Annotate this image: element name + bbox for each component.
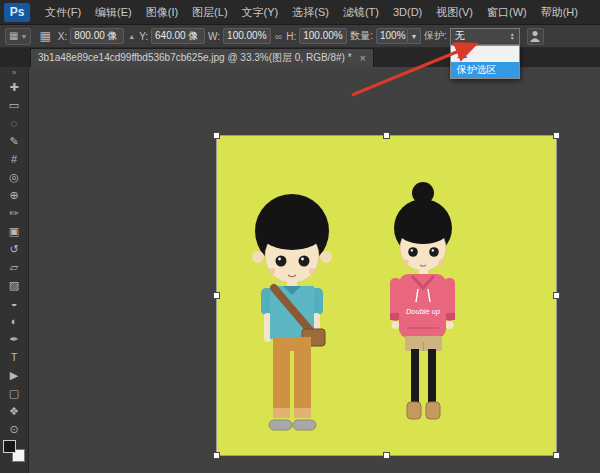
clone-stamp-tool-icon[interactable]: ▣ (2, 222, 26, 240)
menu-item-9[interactable]: 视图(V) (429, 0, 480, 25)
hand-tool-icon[interactable]: ❖ (2, 402, 26, 420)
type-tool-icon[interactable]: T (2, 348, 26, 366)
transform-handle-bottom-center[interactable] (383, 452, 390, 459)
workspace: » ✚▭◌✎#◎⊕✏▣↺▱▨◒◐✒T▶▢❖⊙ (0, 67, 600, 473)
menu-bar: Ps 文件(F)编辑(E)图像(I)图层(L)文字(Y)选择(S)滤镜(T)3D… (0, 0, 600, 25)
menu-item-3[interactable]: 图像(I) (139, 0, 185, 25)
shape-tool-icon[interactable]: ▢ (2, 384, 26, 402)
healing-brush-tool-icon[interactable]: ⊕ (2, 186, 26, 204)
amount-label: 数量: (350, 29, 373, 43)
x-label: X: (58, 31, 67, 42)
marquee-tool-icon[interactable]: ▭ (2, 96, 26, 114)
boy-character (252, 194, 332, 430)
protect-dropdown-list: 无保护选区 (450, 45, 520, 79)
w-input[interactable]: 100.00% (223, 28, 271, 44)
girl-character: Double up (390, 182, 455, 419)
protect-label: 保护: (424, 29, 447, 43)
color-swatches[interactable] (3, 440, 25, 462)
tab-close-icon[interactable]: × (360, 53, 366, 63)
history-brush-tool-icon[interactable]: ↺ (2, 240, 26, 258)
tools-list: ✚▭◌✎#◎⊕✏▣↺▱▨◒◐✒T▶▢❖⊙ (2, 78, 26, 438)
link-dimensions-icon[interactable]: ∞ (274, 31, 283, 42)
amount-dropdown-arrow-icon[interactable]: ▼ (408, 28, 421, 44)
h-input[interactable]: 100.00% (299, 28, 347, 44)
menu-items: 文件(F)编辑(E)图像(I)图层(L)文字(Y)选择(S)滤镜(T)3D(D)… (38, 0, 585, 25)
h-label: H: (286, 31, 296, 42)
crop-tool-icon[interactable]: # (2, 150, 26, 168)
updown-arrows-icon: ▲▼ (510, 32, 515, 40)
transform-handle-top-left[interactable] (213, 132, 220, 139)
transform-handle-bottom-left[interactable] (213, 452, 220, 459)
protect-option-1[interactable]: 无 (451, 46, 519, 62)
transform-handle-mid-right[interactable] (553, 292, 560, 299)
protect-option-2[interactable]: 保护选区 (451, 62, 519, 78)
protect-skin-tones-button[interactable] (527, 28, 544, 45)
canvas-area[interactable]: Double up (29, 67, 600, 473)
protect-dropdown[interactable]: 无 ▲▼ 无保护选区 (450, 28, 520, 45)
y-input[interactable]: 640.00 像 (151, 28, 205, 44)
transform-handle-top-center[interactable] (383, 132, 390, 139)
relative-position-icon[interactable]: ▲ (127, 33, 136, 40)
document-tab[interactable]: 3b1a48e89ce14cd99ffbd536b7cb625e.jpg @ 3… (30, 48, 374, 67)
dodge-tool-icon[interactable]: ◐ (2, 312, 26, 330)
reference-point-icon[interactable]: ▦ (39, 31, 50, 41)
x-input[interactable]: 800.00 像 (70, 28, 124, 44)
eyedropper-tool-icon[interactable]: ◎ (2, 168, 26, 186)
person-icon (529, 30, 541, 43)
photoshop-logo: Ps (4, 3, 30, 22)
lasso-tool-icon[interactable]: ◌ (2, 114, 26, 132)
blur-tool-icon[interactable]: ◒ (2, 294, 26, 312)
protect-dropdown-value: 无 (455, 29, 465, 43)
chevron-down-icon: ▼ (20, 33, 27, 40)
gradient-tool-icon[interactable]: ▨ (2, 276, 26, 294)
menu-item-8[interactable]: 3D(D) (386, 0, 429, 25)
amount-input[interactable]: 100% (376, 28, 408, 44)
document-image[interactable]: Double up (217, 136, 556, 455)
tools-panel: » ✚▭◌✎#◎⊕✏▣↺▱▨◒◐✒T▶▢❖⊙ (0, 67, 29, 473)
pen-tool-icon[interactable]: ✒ (2, 330, 26, 348)
transform-handle-top-right[interactable] (553, 132, 560, 139)
menu-item-4[interactable]: 图层(L) (185, 0, 234, 25)
options-bar: ▦ ▼ ▦ X: 800.00 像 ▲ Y: 640.00 像 W: 100.0… (0, 25, 600, 48)
hoodie-text: Double up (406, 307, 440, 316)
menu-item-5[interactable]: 文字(Y) (235, 0, 286, 25)
content-aware-scale-icon: ▦ (9, 31, 18, 41)
brush-tool-icon[interactable]: ✏ (2, 204, 26, 222)
quick-selection-tool-icon[interactable]: ✎ (2, 132, 26, 150)
menu-item-2[interactable]: 编辑(E) (88, 0, 139, 25)
tool-preset-button[interactable]: ▦ ▼ (5, 28, 31, 45)
move-tool-icon[interactable]: ✚ (2, 78, 26, 96)
cartoon-characters-illustration: Double up (217, 136, 556, 455)
y-label: Y: (139, 31, 148, 42)
document-tab-title: 3b1a48e89ce14cd99ffbd536b7cb625e.jpg @ 3… (38, 51, 352, 65)
zoom-tool-icon[interactable]: ⊙ (2, 420, 26, 438)
menu-item-10[interactable]: 窗口(W) (480, 0, 534, 25)
foreground-color-swatch[interactable] (3, 440, 16, 453)
menu-item-6[interactable]: 选择(S) (285, 0, 336, 25)
toolbar-collapse-icon[interactable]: » (0, 68, 28, 78)
path-selection-tool-icon[interactable]: ▶ (2, 366, 26, 384)
menu-item-1[interactable]: 文件(F) (38, 0, 88, 25)
transform-handle-bottom-right[interactable] (553, 452, 560, 459)
menu-item-11[interactable]: 帮助(H) (534, 0, 585, 25)
eraser-tool-icon[interactable]: ▱ (2, 258, 26, 276)
transform-handle-mid-left[interactable] (213, 292, 220, 299)
menu-item-7[interactable]: 滤镜(T) (336, 0, 386, 25)
w-label: W: (208, 31, 220, 42)
